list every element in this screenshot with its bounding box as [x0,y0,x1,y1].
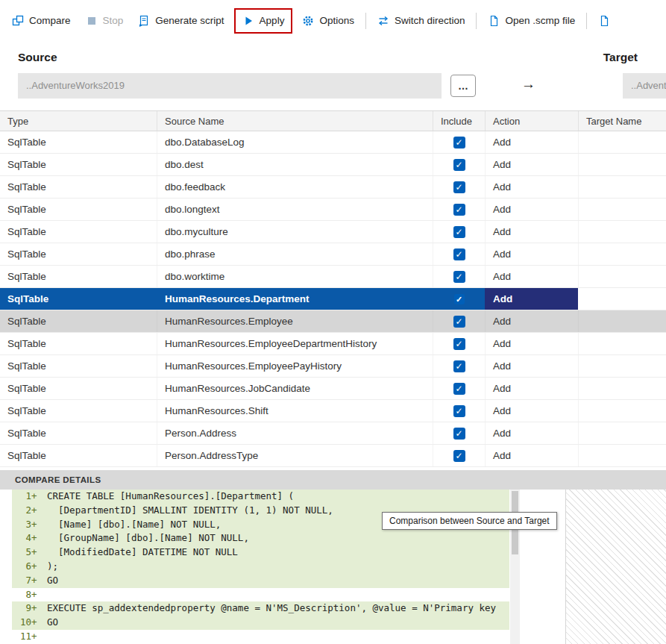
action-cell[interactable]: Add [485,198,578,220]
action-cell[interactable]: Add [485,221,578,243]
source-target-labels: Source Target [0,41,666,67]
action-cell[interactable]: Add [485,333,578,354]
target-label: Target [603,51,638,67]
generate-script-button[interactable]: Generate script [131,10,231,31]
diff-added-marker: + [31,574,38,588]
diff-line: 10+GO [12,616,509,630]
target-name-cell [578,243,666,265]
target-name-cell [578,221,666,243]
diff-added-marker: + [31,588,38,602]
include-checkbox[interactable]: ✓ [453,405,465,417]
source-name-cell: Person.AddressType [157,445,433,466]
column-header-source-name[interactable]: Source Name [157,111,433,131]
table-row[interactable]: SqlTablePerson.AddressType✓Add [0,445,666,467]
table-row[interactable]: SqlTabledbo.longtext✓Add [0,198,666,221]
include-checkbox[interactable]: ✓ [453,360,465,372]
action-cell[interactable]: Add [485,310,578,332]
overflow-button[interactable] [591,10,618,31]
action-cell[interactable]: Add [485,154,578,175]
diff-added-marker: + [31,601,38,616]
include-cell: ✓ [433,243,485,265]
action-cell[interactable]: Add [485,445,578,466]
line-number: 9 [12,601,31,616]
include-checkbox[interactable]: ✓ [453,338,465,350]
action-cell[interactable]: Add [485,355,578,377]
compare-button[interactable]: Compare [4,10,78,31]
table-row[interactable]: SqlTabledbo.feedback✓Add [0,176,666,198]
line-number: 1 [12,490,31,504]
table-row[interactable]: SqlTabledbo.DatabaseLog✓Add [0,131,666,154]
table-row[interactable]: SqlTabledbo.phrase✓Add [0,243,666,266]
open-scmp-icon [488,15,500,27]
action-cell[interactable]: Add [485,176,578,198]
line-number: 5 [12,545,31,560]
include-checkbox[interactable]: ✓ [453,383,465,395]
action-cell[interactable]: Add [485,400,578,422]
type-cell: SqlTable [0,288,157,310]
toolbar-item-label: Generate script [155,15,224,26]
line-number: 4 [12,531,31,545]
action-cell[interactable]: Add [485,378,578,399]
include-checkbox[interactable]: ✓ [453,271,465,283]
source-label: Source [18,51,57,67]
source-name-cell: dbo.myculture [157,221,433,243]
table-row[interactable]: SqlTableHumanResources.JobCandidate✓Add [0,378,666,400]
table-row[interactable]: SqlTableHumanResources.Department✓Add [0,288,666,310]
include-checkbox[interactable]: ✓ [453,248,465,260]
include-checkbox[interactable]: ✓ [453,159,465,171]
action-cell[interactable]: Add [485,131,578,153]
table-row[interactable]: SqlTabledbo.myculture✓Add [0,221,666,243]
target-name-cell [578,310,666,332]
source-name-cell: dbo.feedback [157,176,433,198]
code-text: CREATE TABLE [HumanResources].[Departmen… [38,490,294,504]
action-cell[interactable]: Add [485,243,578,265]
code-text: ); [38,560,58,574]
include-checkbox[interactable]: ✓ [453,137,465,149]
toolbar: CompareStopGenerate scriptApplyOptionsSw… [0,0,666,41]
diff-added-marker: + [31,545,38,560]
toolbar-item-label: Options [319,15,354,26]
include-checkbox[interactable]: ✓ [453,204,465,216]
include-checkbox[interactable]: ✓ [454,294,465,304]
toolbar-item-label: Open .scmp file [505,15,575,26]
table-row[interactable]: SqlTabledbo.worktime✓Add [0,266,666,288]
action-cell[interactable]: Add [485,266,578,287]
target-name-cell [578,355,666,377]
code-text: [GroupName] [dbo].[Name] NOT NULL, [38,531,249,545]
apply-button[interactable]: Apply [234,8,293,34]
switch-direction-button[interactable]: Switch direction [370,10,473,31]
options-button[interactable]: Options [295,10,362,31]
direction-arrow-icon: → [521,76,535,93]
include-checkbox[interactable]: ✓ [453,181,465,193]
diff-line: 7+GO [12,574,509,588]
stop-button[interactable]: Stop [78,10,131,31]
include-checkbox[interactable]: ✓ [453,226,465,238]
table-row[interactable]: SqlTableHumanResources.EmployeePayHistor… [0,355,666,378]
column-header-target-name[interactable]: Target Name [578,111,666,131]
action-cell[interactable]: Add [485,422,578,444]
compare-details-title: COMPARE DETAILS [0,470,666,490]
include-checkbox[interactable]: ✓ [453,428,465,440]
diff-added-marker: + [31,518,38,532]
column-header-type[interactable]: Type [0,111,157,131]
include-checkbox[interactable]: ✓ [453,316,465,328]
target-input[interactable]: ..AdventureW [623,73,666,99]
action-cell[interactable]: Add [485,288,578,310]
table-row[interactable]: SqlTableHumanResources.Employee✓Add [0,310,666,333]
table-row[interactable]: SqlTablePerson.Address✓Add [0,422,666,445]
column-header-action[interactable]: Action [485,111,578,131]
type-cell: SqlTable [0,131,157,153]
target-name-cell [578,288,666,310]
source-input[interactable]: ..AdventureWorks2019 [18,73,442,99]
table-row[interactable]: SqlTableHumanResources.Shift✓Add [0,400,666,422]
grid-header: TypeSource NameIncludeActionTarget Name [0,110,666,131]
source-name-cell: HumanResources.Shift [157,400,433,422]
diff-line: 4+ [GroupName] [dbo].[Name] NOT NULL, [12,531,509,545]
browse-source-button[interactable]: … [450,75,476,97]
open-scmp-button[interactable]: Open .scmp file [480,10,582,31]
table-row[interactable]: SqlTableHumanResources.EmployeeDepartmen… [0,333,666,355]
table-row[interactable]: SqlTabledbo.dest✓Add [0,154,666,176]
include-checkbox[interactable]: ✓ [453,450,465,462]
column-header-include[interactable]: Include [433,111,485,131]
source-name-cell: dbo.dest [157,154,433,175]
